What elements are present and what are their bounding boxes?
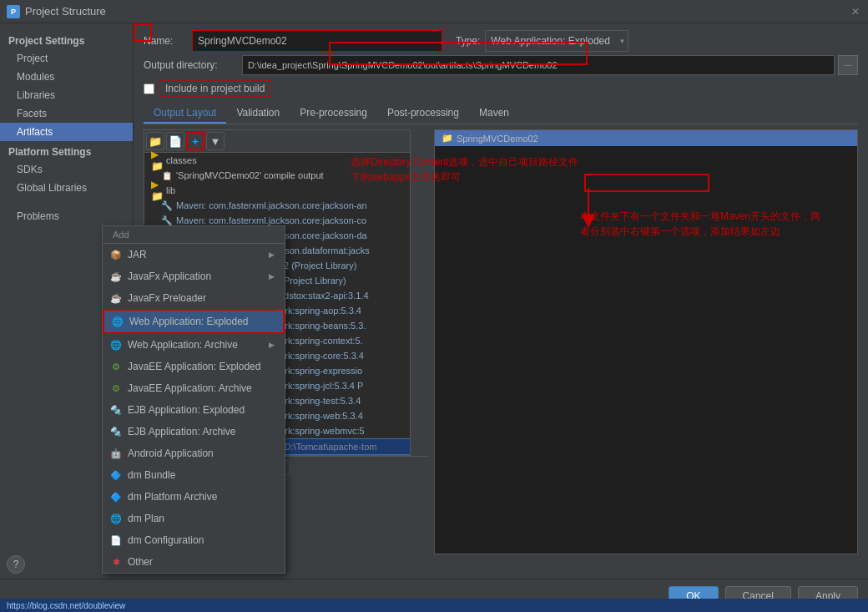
project-settings-title: Project Settings <box>0 30 133 49</box>
title-bar: P Project Structure ✕ <box>0 0 868 23</box>
ejb-archive-icon: 🔩 <box>109 425 123 438</box>
window-controls: ✕ <box>850 6 861 18</box>
output-dir-row: Output directory: ⋯ <box>144 55 858 75</box>
extract-icon[interactable]: 📄 <box>166 132 184 150</box>
tabs-bar: Output Layout Validation Pre-processing … <box>144 104 858 124</box>
type-select[interactable]: Web Application: Exploded <box>485 30 628 52</box>
sidebar-item-project[interactable]: Project <box>0 49 133 68</box>
tree-item-jackson-an[interactable]: 🔧 Maven: com.fasterxml.jackson.core:jack… <box>144 198 410 213</box>
dropdown-item-ejb-archive[interactable]: 🔩 EJB Application: Archive <box>103 421 285 443</box>
status-bar: https://blog.csdn.net/doubleview <box>0 599 868 612</box>
dropdown-item-web-archive[interactable]: 🌐 Web Application: Archive ▶ <box>103 334 285 356</box>
dropdown-title: Add <box>103 226 285 244</box>
sidebar-item-global-libraries[interactable]: Global Libraries <box>0 179 133 197</box>
add-icon[interactable]: + <box>186 132 204 150</box>
arrow-icon: ▶ <box>269 250 275 259</box>
ejb-exploded-icon: 🔩 <box>109 403 123 417</box>
output-tree-toolbar: 📁 📄 + ▼ <box>144 130 410 153</box>
jar-icon2: 🔧 <box>161 215 173 226</box>
sidebar-item-modules[interactable]: Modules <box>0 68 133 86</box>
right-panel-folder-icon: 📁 <box>442 133 453 144</box>
dm-config-icon: 📄 <box>109 534 123 547</box>
tab-pre-processing[interactable]: Pre-processing <box>290 104 377 124</box>
window-title: Project Structure <box>25 5 106 18</box>
output-dir-input[interactable] <box>242 55 835 75</box>
name-input[interactable] <box>192 30 442 52</box>
help-button[interactable]: ? <box>7 555 25 574</box>
tree-item-classes[interactable]: ▶ 📁 classes <box>144 153 410 168</box>
jar-icon: 📦 <box>109 248 123 261</box>
javaee-exploded-icon: ⚙ <box>109 360 123 373</box>
web-archive-icon: 🌐 <box>109 338 123 352</box>
status-url: https://blog.csdn.net/doubleview <box>7 601 125 610</box>
dropdown-item-jar[interactable]: 📦 JAR ▶ <box>103 244 285 266</box>
dm-platform-icon: 🔷 <box>109 490 123 503</box>
options-icon[interactable]: ▼ <box>206 132 225 150</box>
output-right-panel: 📁 SpringMVCDemo02 <box>434 129 858 554</box>
include-in-build-label: Include in project build <box>159 80 270 97</box>
tree-item-lib[interactable]: ▶ 📁 lib <box>144 183 410 198</box>
javafx-preloader-icon: ☕ <box>109 291 123 305</box>
arrow-icon3: ▶ <box>269 341 275 349</box>
dropdown-item-javaee-archive[interactable]: ⚙ JavaEE Application: Archive <box>103 377 285 399</box>
dropdown-item-javaee-exploded[interactable]: ⚙ JavaEE Application: Exploded <box>103 356 285 377</box>
include-in-build-row: Include in project build <box>144 80 858 97</box>
close-icon[interactable]: ✕ <box>850 6 861 18</box>
tree-item-compile-output[interactable]: 📋 'SpringMVCDemo02' compile output <box>144 168 410 183</box>
app-icon: P <box>7 5 20 18</box>
dropdown-item-dm-bundle[interactable]: 🔷 dm Bundle <box>103 464 285 486</box>
javafx-app-icon: ☕ <box>109 270 123 283</box>
sidebar-item-sdks[interactable]: SDKs <box>0 160 133 179</box>
type-wrapper: Web Application: Exploded <box>485 30 628 52</box>
type-row: Type: Web Application: Exploded <box>456 30 628 52</box>
jar-icon: 🔧 <box>161 200 173 211</box>
include-in-build-checkbox[interactable] <box>144 83 154 94</box>
dropdown-item-other[interactable]: ✱ Other <box>103 551 285 573</box>
name-row: Name: Type: Web Application: Exploded <box>144 30 858 52</box>
dropdown-item-android[interactable]: 🤖 Android Application <box>103 443 285 464</box>
android-icon: 🤖 <box>109 447 123 460</box>
dropdown-item-web-exploded[interactable]: 🌐 Web Application: Exploded <box>103 309 285 334</box>
platform-settings-title: Platform Settings <box>0 141 133 160</box>
dropdown-item-dm-plan[interactable]: 🌐 dm Plan <box>103 508 285 529</box>
folder-icon[interactable]: 📁 <box>146 132 164 150</box>
dropdown-item-ejb-exploded[interactable]: 🔩 EJB Application: Exploded <box>103 399 285 421</box>
sidebar-item-problems[interactable]: Problems <box>0 207 133 225</box>
lib-folder-icon: ▶ 📁 <box>151 185 163 196</box>
sidebar-item-facets[interactable]: Facets <box>0 104 133 123</box>
name-label: Name: <box>144 35 185 47</box>
dropdown-item-javafx-app[interactable]: ☕ JavaFx Application ▶ <box>103 266 285 287</box>
output-dir-label: Output directory: <box>144 59 235 71</box>
dm-bundle-icon: 🔷 <box>109 468 123 482</box>
browse-button[interactable]: ⋯ <box>838 55 858 75</box>
type-label: Type: <box>456 35 480 47</box>
sidebar-item-artifacts[interactable]: Artifacts <box>0 123 133 141</box>
web-exploded-icon: 🌐 <box>111 315 124 328</box>
folder-icon: ▶ 📁 <box>151 154 163 166</box>
dropdown-menu: Add 📦 JAR ▶ ☕ JavaFx Application ▶ ☕ Jav… <box>102 225 285 574</box>
tab-maven[interactable]: Maven <box>469 104 519 124</box>
dropdown-item-javafx-preloader[interactable]: ☕ JavaFx Preloader <box>103 287 285 309</box>
right-panel-item[interactable]: 📁 SpringMVCDemo02 <box>435 130 857 146</box>
tab-post-processing[interactable]: Post-processing <box>377 104 469 124</box>
dm-plan-icon: 🌐 <box>109 512 123 525</box>
dropdown-item-dm-platform[interactable]: 🔷 dm Platform Archive <box>103 486 285 508</box>
arrow-icon2: ▶ <box>269 272 275 281</box>
dropdown-item-dm-config[interactable]: 📄 dm Configuration <box>103 529 285 551</box>
tab-validation[interactable]: Validation <box>226 104 290 124</box>
other-icon: ✱ <box>109 555 123 569</box>
javaee-archive-icon: ⚙ <box>109 382 123 395</box>
tab-output-layout[interactable]: Output Layout <box>144 104 226 124</box>
sidebar-item-libraries[interactable]: Libraries <box>0 86 133 104</box>
